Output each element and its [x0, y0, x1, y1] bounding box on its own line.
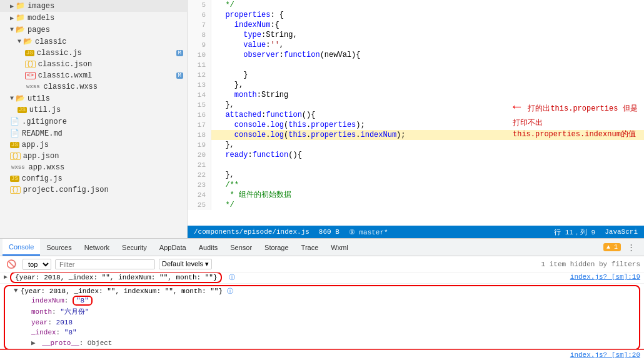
json-icon: {}: [25, 61, 36, 68]
line-number: 12: [188, 70, 211, 80]
highlighted-object: {year: 2018, _index: "", indexNum: "", m…: [10, 272, 222, 283]
line-content: }: [211, 70, 644, 80]
console-row-1: ▶ {year: 2018, _index: "", indexNum: "",…: [0, 272, 644, 284]
sidebar-item-classic-json[interactable]: {} classic.json: [0, 59, 187, 70]
sidebar-item-pages[interactable]: ▼ 📂 pages: [0, 24, 187, 36]
sidebar-label: classic.wxml: [38, 71, 92, 80]
code-line-8: 8 type:String,: [188, 30, 644, 40]
sidebar-label: models: [28, 14, 54, 22]
line-content: value:'',: [211, 40, 644, 50]
line-number: 20: [188, 150, 211, 160]
console-expanded-obj: {year: 2018, _index: "", indexNum: "", m…: [21, 287, 233, 296]
prop-index: _index: "8": [14, 328, 81, 338]
expand-toggle[interactable]: ▶: [4, 273, 8, 281]
sidebar-item-models[interactable]: ▶ 📁 models: [0, 12, 187, 24]
js-icon: JS: [10, 176, 19, 182]
sidebar-label: classic.wxss: [44, 82, 98, 91]
sidebar-label: .gitignore: [22, 118, 67, 126]
code-line-25: 25 */: [188, 200, 644, 210]
sidebar-item-classic[interactable]: ▼ 📂 classic: [0, 36, 187, 48]
console-toolbar: 🚫 top Default levels ▾ 1 item hidden by …: [0, 256, 644, 272]
line-number: 23: [188, 180, 211, 190]
tab-appdata[interactable]: AppData: [153, 239, 193, 256]
sidebar-item-util-js[interactable]: JS util.js: [0, 104, 187, 116]
line-number: 11: [188, 60, 211, 70]
folder-open-icon: 📂: [23, 37, 33, 46]
line-number: 24: [188, 190, 211, 200]
context-select[interactable]: top: [23, 259, 51, 270]
sidebar-label: app.js: [22, 141, 49, 149]
hidden-items-info: 1 item hidden by filters: [541, 261, 640, 268]
tab-audits[interactable]: Audits: [193, 239, 224, 256]
tab-storage[interactable]: Storage: [258, 239, 295, 256]
console-clear-button[interactable]: 🚫: [4, 258, 19, 270]
folder-icon: 📁: [16, 13, 25, 22]
line-content: },: [211, 80, 644, 90]
line-number: 5: [188, 0, 211, 10]
line-number: 15: [188, 100, 211, 110]
prop-year: year: 2018: [14, 318, 76, 328]
line-content: */: [211, 0, 644, 10]
devtools-icons: ▲ 1 ⋮: [603, 241, 641, 253]
wxss-icon: wxss: [25, 84, 41, 90]
line-number: 21: [188, 160, 211, 170]
bottom-source-link[interactable]: index.js? [sm]:20: [570, 351, 640, 359]
sidebar-item-project-config[interactable]: {} project.config.json: [0, 184, 187, 196]
sidebar-item-app-js[interactable]: JS app.js: [0, 139, 187, 151]
tab-sources[interactable]: Sources: [40, 239, 78, 256]
code-line-24: 24 * 组件的初始数据: [188, 190, 644, 200]
folder-open-icon: 📂: [16, 94, 25, 103]
line-number: 6: [188, 10, 211, 20]
sidebar-item-classic-js[interactable]: JS classic.js M: [0, 48, 187, 59]
sidebar-item-classic-wxss[interactable]: wxss classic.wxss: [0, 81, 187, 92]
line-content: [211, 160, 644, 170]
sidebar-item-utils[interactable]: ▼ 📂 utils: [0, 92, 187, 104]
json-icon: {}: [10, 186, 21, 194]
sidebar-item-classic-wxml[interactable]: <> classic.wxml M: [0, 70, 187, 81]
wxss-icon: wxss: [10, 164, 26, 171]
modified-badge: M: [176, 72, 183, 79]
code-line-11: 11: [188, 60, 644, 70]
code-editor: 5 */6 properties: {7 indexNum:{8 type:St…: [188, 0, 644, 238]
source-link-1[interactable]: index.js? [sm]:19: [570, 273, 640, 281]
sidebar-label: README.md: [22, 129, 63, 138]
bottom-bar: index.js? [sm]:20: [0, 349, 644, 360]
tab-trace[interactable]: Trace: [295, 239, 325, 256]
sidebar-label: pages: [28, 26, 50, 34]
devtools-more-button[interactable]: ⋮: [625, 241, 638, 253]
annotation-note: ← 打的出this.properties 但是打印不出this.properti…: [513, 97, 638, 140]
code-line-13: 13 },: [188, 80, 644, 90]
js-icon: JS: [25, 50, 34, 56]
console-filter-input[interactable]: [55, 259, 155, 269]
file-path: /components/episode/index.js: [194, 228, 309, 236]
tab-security[interactable]: Security: [116, 239, 153, 256]
tab-network[interactable]: Network: [78, 239, 116, 256]
code-line-22: 22 },: [188, 170, 644, 180]
wxml-icon: <>: [25, 72, 36, 79]
sidebar-item-app-wxss[interactable]: wxss app.wxss: [0, 162, 187, 173]
file-explorer: ▶ 📁 images ▶ 📁 models ▼ 📂 pages ▼ 📂 clas…: [0, 0, 188, 238]
sidebar-item-app-json[interactable]: {} app.json: [0, 151, 187, 162]
language-mode: JavaScri: [605, 228, 638, 236]
line-content: observer:function(newVal){: [211, 50, 644, 60]
line-content: type:String,: [211, 30, 644, 40]
code-line-5: 5 */: [188, 0, 644, 10]
sidebar-label: utils: [28, 94, 50, 103]
tab-console[interactable]: Console: [3, 239, 40, 256]
log-level-selector[interactable]: Default levels ▾: [159, 259, 212, 269]
folder-open-icon: 📂: [16, 25, 25, 34]
tab-sensor[interactable]: Sensor: [224, 239, 258, 256]
sidebar-item-images[interactable]: ▶ 📁 images: [0, 0, 187, 12]
sidebar-item-gitignore[interactable]: 📄 .gitignore: [0, 116, 187, 128]
cursor-position: 行 11，列 9: [554, 228, 595, 237]
warning-badge: ▲ 1: [603, 243, 621, 251]
sidebar-item-config-js[interactable]: JS config.js: [0, 173, 187, 184]
sidebar-item-readme[interactable]: 📄 README.md: [0, 128, 187, 139]
expand-toggle-inner[interactable]: ▼: [14, 287, 18, 296]
tab-wxml[interactable]: Wxml: [325, 239, 355, 256]
devtools-panel: Console Sources Network Security AppData…: [0, 238, 644, 360]
code-line-19: 19 },: [188, 140, 644, 150]
code-line-10: 10 observer:function(newVal){: [188, 50, 644, 60]
line-content: },: [211, 140, 644, 150]
proto-toggle[interactable]: ▶: [31, 339, 36, 347]
